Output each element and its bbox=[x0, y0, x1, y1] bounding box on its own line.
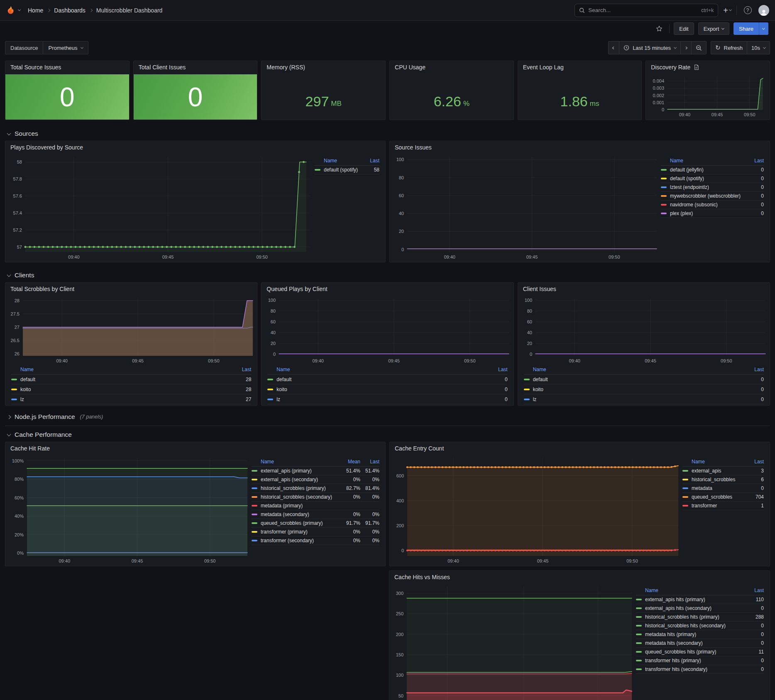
legend-row[interactable]: historical_scrobbles (secondary) 0% 0% bbox=[252, 493, 379, 502]
legend-name-header[interactable]: Name bbox=[692, 459, 745, 465]
legend-last-header[interactable]: Last bbox=[360, 459, 379, 465]
time-range-picker[interactable]: Last 15 minutes bbox=[619, 41, 681, 54]
legend-last-header[interactable]: Last bbox=[745, 587, 764, 593]
legend-last-header[interactable]: Last bbox=[745, 367, 764, 372]
legend-row[interactable]: metadata (secondary) 0% 0% bbox=[252, 510, 379, 519]
legend-name-header[interactable]: Name bbox=[533, 367, 745, 372]
legend-row[interactable]: external_apis hits (primary) 110 bbox=[636, 595, 764, 604]
series-name[interactable]: external_apis (secondary) bbox=[261, 477, 341, 482]
section-header-nodejs-performance[interactable]: Node.js Performance (7 panels) bbox=[5, 410, 770, 426]
panel-title[interactable]: Event Loop Lag bbox=[518, 61, 642, 73]
legend-row[interactable]: metadata hits (primary) 0 bbox=[636, 630, 764, 639]
grafana-logo-icon[interactable] bbox=[6, 5, 16, 15]
discovery-rate-chart[interactable]: 0.0040.0030.0020.001009:4009:4509:50 bbox=[647, 73, 767, 120]
legend-row[interactable]: default 0 bbox=[524, 374, 764, 384]
legend-row[interactable]: metadata (primary) bbox=[252, 502, 379, 510]
legend-row[interactable]: plex (plex) 0 bbox=[661, 209, 764, 218]
legend-row[interactable]: koito 28 bbox=[11, 384, 251, 394]
legend-row[interactable]: external_apis hits (secondary) 0 bbox=[636, 604, 764, 613]
legend-last-header[interactable]: Last bbox=[489, 367, 508, 372]
series-name[interactable]: metadata hits (secondary) bbox=[645, 640, 745, 646]
total-scrobbles-chart[interactable]: 2827.52726.52609:4009:4509:50 bbox=[5, 294, 257, 366]
panel-title[interactable]: Cache Hits vs Misses bbox=[389, 571, 770, 583]
legend-row[interactable]: transformer (primary) 0% 0% bbox=[252, 528, 379, 536]
cache-entry-count-chart[interactable]: 600400200009:4009:4509:50 bbox=[390, 454, 682, 566]
section-header-sources[interactable]: Sources bbox=[5, 127, 770, 141]
series-name[interactable]: metadata hits (primary) bbox=[645, 631, 745, 637]
section-header-clients[interactable]: Clients bbox=[5, 268, 770, 282]
legend-row[interactable]: historical_scrobbles 6 bbox=[682, 475, 764, 484]
panel-title[interactable]: Client Issues bbox=[518, 283, 770, 294]
legend-row[interactable]: default 0 bbox=[267, 374, 507, 384]
series-name[interactable]: metadata (primary) bbox=[261, 503, 341, 509]
user-avatar[interactable] bbox=[758, 5, 769, 16]
legend-row[interactable]: metadata hits (secondary) 0 bbox=[636, 639, 764, 648]
series-name[interactable]: historical_scrobbles hits (primary) bbox=[645, 614, 745, 620]
legend-row[interactable]: default (spotify) 0 bbox=[661, 174, 764, 183]
panel-title[interactable]: CPU Usage bbox=[390, 61, 513, 73]
client-issues-chart[interactable]: 10080604020009:4009:4509:50 bbox=[518, 294, 770, 366]
series-name[interactable]: external_apis hits (primary) bbox=[645, 597, 745, 602]
refresh-button[interactable]: ↻ Refresh bbox=[711, 41, 747, 54]
series-name[interactable]: lz bbox=[20, 397, 232, 402]
share-options-button[interactable] bbox=[759, 22, 768, 35]
source-issues-chart[interactable]: 10080604020009:4009:4509:50 bbox=[390, 153, 661, 262]
legend-name-header[interactable]: Name bbox=[20, 367, 232, 372]
panel-title[interactable]: Discovery Rate bbox=[646, 61, 770, 73]
cache-hits-vs-misses-chart[interactable]: 30025020015010050009:4009:4509:50 bbox=[389, 583, 636, 700]
org-switcher-chevron-icon[interactable] bbox=[18, 8, 21, 11]
plays-discovered-chart[interactable]: 5857.857.657.457.25709:4009:4509:50 bbox=[5, 153, 315, 262]
series-name[interactable]: default bbox=[533, 377, 745, 382]
series-name[interactable]: external_apis bbox=[692, 468, 745, 474]
series-name[interactable]: transformer (secondary) bbox=[261, 538, 341, 543]
series-name[interactable]: queued_scrobbles bbox=[692, 494, 745, 500]
series-name[interactable]: metadata (secondary) bbox=[261, 512, 341, 517]
legend-row[interactable]: external_apis (primary) 51.4% 51.4% bbox=[252, 467, 379, 475]
section-header-cache-performance[interactable]: Cache Performance bbox=[5, 428, 770, 442]
series-name[interactable]: koito bbox=[276, 387, 488, 392]
legend-row[interactable]: default (spotify) 58 bbox=[315, 166, 379, 174]
panel-description-icon[interactable] bbox=[694, 64, 699, 70]
queued-plays-chart[interactable]: 10080604020009:4009:4509:50 bbox=[262, 294, 513, 366]
series-name[interactable]: koito bbox=[533, 387, 745, 392]
series-name[interactable]: transformer hits (secondary) bbox=[645, 666, 745, 672]
legend-name-header[interactable]: Name bbox=[261, 459, 341, 465]
breadcrumb-home[interactable]: Home bbox=[28, 7, 43, 14]
legend-row[interactable]: historical_scrobbles (primary) 82.7% 81.… bbox=[252, 484, 379, 493]
legend-last-header[interactable]: Last bbox=[360, 158, 379, 164]
series-name[interactable]: transformer hits (primary) bbox=[645, 658, 745, 663]
zoom-out-button[interactable] bbox=[692, 41, 707, 54]
series-name[interactable]: historical_scrobbles hits (secondary) bbox=[645, 623, 745, 629]
legend-row[interactable]: queued_scrobbles hits (primary) 11 bbox=[636, 648, 764, 656]
series-name[interactable]: transformer bbox=[692, 503, 745, 509]
series-name[interactable]: default bbox=[20, 377, 232, 382]
panel-title[interactable]: Memory (RSS) bbox=[262, 61, 385, 73]
series-name[interactable]: queued_scrobbles hits (primary) bbox=[645, 649, 745, 655]
panel-title[interactable]: Cache Entry Count bbox=[390, 442, 770, 454]
legend-row[interactable]: lztest (endpointlz) 0 bbox=[661, 183, 764, 192]
series-name[interactable]: external_apis (primary) bbox=[261, 468, 341, 474]
breadcrumb-current-dashboard[interactable]: Multiscrobbler Dashboard bbox=[96, 7, 163, 14]
series-name[interactable]: historical_scrobbles (primary) bbox=[261, 485, 341, 491]
legend-row[interactable]: mywebscrobbler (webscrobbler) 0 bbox=[661, 192, 764, 201]
legend-name-header[interactable]: Name bbox=[645, 587, 745, 593]
series-name[interactable]: mywebscrobbler (webscrobbler) bbox=[670, 193, 745, 199]
legend-last-header[interactable]: Last bbox=[232, 367, 251, 372]
legend-row[interactable]: external_apis (secondary) 0% 0% bbox=[252, 475, 379, 484]
legend-mean-header[interactable]: Mean bbox=[341, 459, 360, 465]
series-name[interactable]: lztest (endpointlz) bbox=[670, 184, 745, 190]
legend-row[interactable]: queued_scrobbles (primary) 91.7% 91.7% bbox=[252, 519, 379, 528]
series-name[interactable]: default (spotify) bbox=[670, 176, 745, 181]
legend-row[interactable]: koito 0 bbox=[524, 384, 764, 394]
series-name[interactable]: historical_scrobbles (secondary) bbox=[261, 494, 341, 500]
refresh-interval-select[interactable]: 10s bbox=[747, 41, 770, 54]
series-name[interactable]: lz bbox=[533, 397, 745, 402]
series-name[interactable]: transformer (primary) bbox=[261, 529, 341, 535]
series-name[interactable]: default (spotify) bbox=[324, 167, 360, 173]
share-button[interactable]: Share bbox=[733, 22, 759, 35]
panel-title[interactable]: Total Scrobbles by Client bbox=[5, 283, 257, 294]
legend-row[interactable]: transformer 1 bbox=[682, 502, 764, 510]
legend-row[interactable]: navidrome (subsonic) 0 bbox=[661, 201, 764, 209]
panel-title[interactable]: Queued Plays by Client bbox=[262, 283, 513, 294]
export-button[interactable]: Export bbox=[698, 22, 730, 35]
